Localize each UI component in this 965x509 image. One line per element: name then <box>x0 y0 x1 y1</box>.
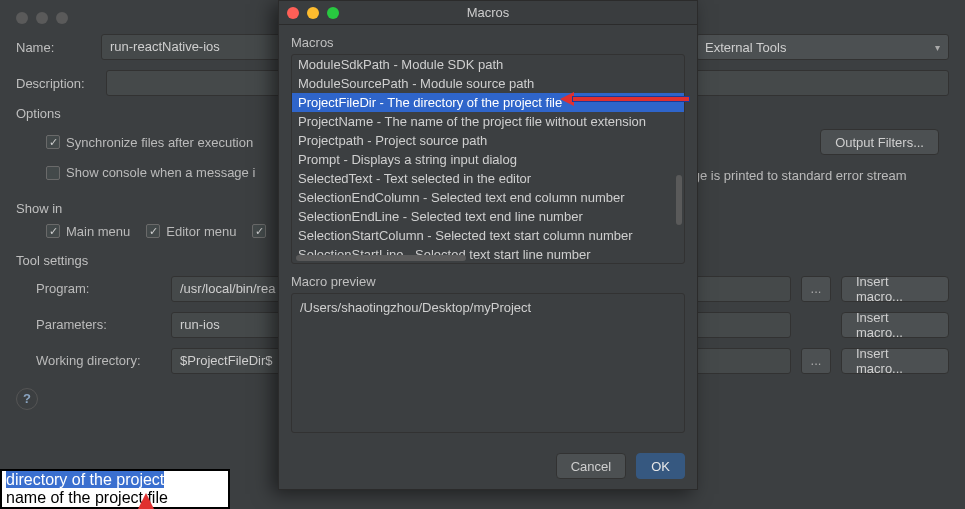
mainmenu-label: Main menu <box>66 224 130 239</box>
insert-macro-button[interactable]: Insert macro... <box>841 312 949 338</box>
macro-list-item[interactable]: SelectionEndColumn - Selected text end c… <box>292 188 684 207</box>
browse-button[interactable]: ... <box>801 276 831 302</box>
macro-list-item[interactable]: ProjectFileDir - The directory of the pr… <box>292 93 684 112</box>
insert-macro-button[interactable]: Insert macro... <box>841 276 949 302</box>
annotation-arrow-up-icon <box>138 493 154 509</box>
horizontal-scrollbar[interactable] <box>296 255 466 261</box>
category-combo[interactable]: External Tools ▾ <box>696 34 949 60</box>
close-icon[interactable] <box>16 12 28 24</box>
editormenu-label: Editor menu <box>166 224 236 239</box>
macro-list-item[interactable]: Projectpath - Project source path <box>292 131 684 150</box>
insert-macro-button[interactable]: Insert macro... <box>841 348 949 374</box>
program-label: Program: <box>16 281 161 296</box>
ok-button[interactable]: OK <box>636 453 685 479</box>
show-console-tail: sage is printed to standard error stream <box>679 168 907 183</box>
checkbox-icon[interactable] <box>146 224 160 238</box>
output-filters-button[interactable]: Output Filters... <box>820 129 939 155</box>
browse-button[interactable]: ... <box>801 348 831 374</box>
mainmenu-checkbox[interactable]: Main menu <box>46 224 130 239</box>
background-strip: directory of the project name of the pro… <box>0 469 230 509</box>
strip-line1: directory of the project <box>6 471 164 488</box>
name-label: Name: <box>16 40 91 55</box>
cancel-button[interactable]: Cancel <box>556 453 626 479</box>
third-checkbox[interactable] <box>252 224 266 239</box>
macros-group-label: Macros <box>291 35 685 50</box>
vertical-scrollbar[interactable] <box>676 175 682 225</box>
macro-list-item[interactable]: SelectionStartColumn - Selected text sta… <box>292 226 684 245</box>
parameters-label: Parameters: <box>16 317 161 332</box>
show-console-checkbox-row[interactable]: Show console when a message i <box>46 165 255 180</box>
checkbox-icon[interactable] <box>46 135 60 149</box>
checkbox-icon[interactable] <box>252 224 266 238</box>
name-value: run-reactNative-ios <box>110 39 220 54</box>
show-console-label: Show console when a message i <box>66 165 255 180</box>
modal-titlebar[interactable]: Macros <box>279 1 697 25</box>
preview-value: /Users/shaotingzhou/Desktop/myProject <box>300 300 531 315</box>
description-label: Description: <box>16 76 96 91</box>
sync-label: Synchronize files after execution <box>66 135 253 150</box>
macro-list-item[interactable]: Prompt - Displays a string input dialog <box>292 150 684 169</box>
editormenu-checkbox[interactable]: Editor menu <box>146 224 236 239</box>
category-value: External Tools <box>705 40 786 55</box>
help-icon[interactable]: ? <box>16 388 38 410</box>
sync-checkbox-row[interactable]: Synchronize files after execution <box>46 135 253 150</box>
macro-list-item[interactable]: SelectedText - Text selected in the edit… <box>292 169 684 188</box>
macro-list-item[interactable]: ProjectName - The name of the project fi… <box>292 112 684 131</box>
macro-list-item[interactable]: SelectionEndLine - Selected text end lin… <box>292 207 684 226</box>
zoom-icon[interactable] <box>56 12 68 24</box>
macros-dialog: Macros Macros ModuleSdkPath - Module SDK… <box>278 0 698 490</box>
macro-preview: /Users/shaotingzhou/Desktop/myProject <box>291 293 685 433</box>
macros-list[interactable]: ModuleSdkPath - Module SDK pathModuleSou… <box>291 54 685 264</box>
minimize-icon[interactable] <box>36 12 48 24</box>
checkbox-icon[interactable] <box>46 224 60 238</box>
macro-list-item[interactable]: ModuleSdkPath - Module SDK path <box>292 55 684 74</box>
checkbox-icon[interactable] <box>46 166 60 180</box>
preview-label: Macro preview <box>291 274 685 289</box>
modal-title: Macros <box>279 5 697 20</box>
macro-list-item[interactable]: ModuleSourcePath - Module source path <box>292 74 684 93</box>
workdir-label: Working directory: <box>16 353 161 368</box>
chevron-down-icon: ▾ <box>935 42 940 53</box>
